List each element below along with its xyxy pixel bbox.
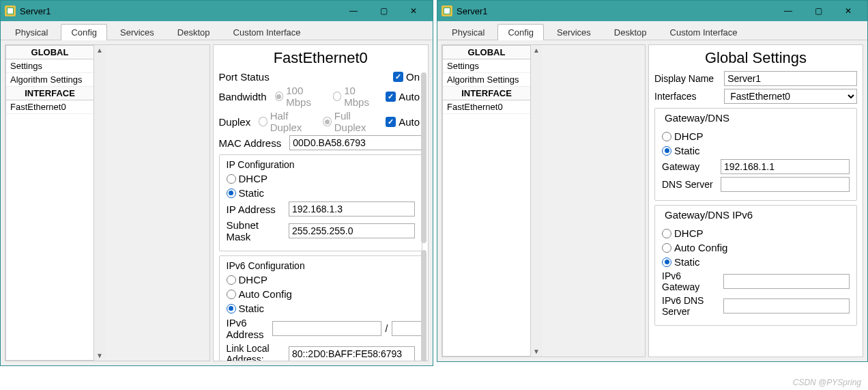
minimize-button[interactable]: — <box>773 1 803 20</box>
gw-dhcp-radio[interactable]: DHCP <box>662 130 704 142</box>
display-name-input[interactable] <box>724 71 857 86</box>
tab-config[interactable]: Config <box>61 24 107 40</box>
minimize-button[interactable]: — <box>338 1 368 20</box>
duplex-auto-checkbox[interactable]: ✓Auto <box>386 116 420 128</box>
tabs: Physical Config Services Desktop Custom … <box>1 21 433 40</box>
sidebar: GLOBAL Settings Algorithm Settings INTER… <box>5 45 94 361</box>
sidebar-header-global: GLOBAL <box>6 46 93 59</box>
ipv6-static-radio[interactable]: Static <box>227 303 265 314</box>
ipv6-dhcp-radio[interactable]: DHCP <box>227 274 268 285</box>
window-controls: — ▢ ✕ <box>773 1 863 20</box>
link-local-input[interactable] <box>289 346 415 361</box>
ip-address-label: IP Address <box>227 204 281 215</box>
scroll-down-icon[interactable]: ▼ <box>533 346 540 357</box>
ipv6-autoconfig-radio[interactable]: Auto Config <box>227 288 292 300</box>
port-status-checkbox[interactable]: ✓On <box>393 71 420 83</box>
sidebar-container: GLOBAL Settings Algorithm Settings INTER… <box>442 44 646 357</box>
scroll-down-icon[interactable]: ▼ <box>96 350 103 361</box>
panel-scrollbar-upper[interactable] <box>421 72 426 243</box>
ipv6-dns-label: IPv6 DNS Server <box>662 295 719 317</box>
ipv6-address-input[interactable] <box>272 321 381 336</box>
gw6-static-radio[interactable]: Static <box>662 256 700 268</box>
ip-dhcp-radio[interactable]: DHCP <box>227 173 268 184</box>
gateway-dns-group: Gateway/DNS DHCP Static Gateway DNS Serv… <box>654 108 857 201</box>
maximize-button[interactable]: ▢ <box>368 1 399 20</box>
window-server1-left: Server1 — ▢ ✕ Physical Config Services D… <box>0 0 433 366</box>
window-controls: — ▢ ✕ <box>338 1 429 20</box>
bandwidth-auto-checkbox[interactable]: ✓Auto <box>386 91 420 102</box>
sidebar-item-fastethernet0[interactable]: FastEthernet0 <box>6 100 93 114</box>
tab-services[interactable]: Services <box>110 24 164 40</box>
sidebar-item-settings[interactable]: Settings <box>6 59 93 73</box>
sidebar-item-algorithm-settings[interactable]: Algorithm Settings <box>6 73 93 87</box>
tab-desktop[interactable]: Desktop <box>604 24 657 40</box>
sidebar-item-settings[interactable]: Settings <box>443 59 530 73</box>
panel-scrollbar-lower[interactable] <box>421 250 426 361</box>
interfaces-label: Interfaces <box>654 91 720 102</box>
maximize-button[interactable]: ▢ <box>803 1 833 20</box>
sidebar-header-interface: INTERFACE <box>443 87 530 100</box>
dns-server-input[interactable] <box>721 177 850 192</box>
tab-desktop[interactable]: Desktop <box>167 24 220 40</box>
watermark: CSDN @PYSpring <box>793 378 861 387</box>
window-title: Server1 <box>20 6 338 16</box>
window-server1-right: Server1 — ▢ ✕ Physical Config Services D… <box>437 0 868 362</box>
ipv6-config-title: IPv6 Configuration <box>227 260 416 271</box>
sidebar-scrollbar[interactable]: ▲ ▼ <box>531 45 542 357</box>
ip-static-radio[interactable]: Static <box>227 187 265 199</box>
close-button[interactable]: ✕ <box>399 1 429 20</box>
display-name-label: Display Name <box>654 73 720 84</box>
close-button[interactable]: ✕ <box>833 1 863 20</box>
ipv6-configuration-group: IPv6 Configuration DHCP Auto Config Stat… <box>219 255 423 361</box>
subnet-mask-input[interactable] <box>289 223 415 238</box>
dns-server-label: DNS Server <box>662 179 717 190</box>
app-icon <box>442 5 452 16</box>
panel-title: FastEthernet0 <box>219 49 423 67</box>
gateway-dns-title: Gateway/DNS <box>662 112 732 124</box>
port-status-label: Port Status <box>219 71 270 83</box>
panel-title: Global Settings <box>654 49 857 67</box>
ipv6-prefix-input[interactable] <box>392 321 422 336</box>
sidebar-header-interface: INTERFACE <box>6 87 93 100</box>
gateway-label: Gateway <box>662 161 717 172</box>
tab-physical[interactable]: Physical <box>442 24 495 40</box>
gw6-autoconfig-radio[interactable]: Auto Config <box>662 242 727 253</box>
tab-physical[interactable]: Physical <box>5 24 58 40</box>
ipv6-gateway-label: IPv6 Gateway <box>662 270 719 292</box>
sidebar-scrollbar[interactable]: ▲ ▼ <box>94 45 105 361</box>
interfaces-select[interactable]: FastEthernet0 <box>724 89 857 104</box>
duplex-label: Duplex <box>219 116 251 128</box>
tab-custom-interface[interactable]: Custom Interface <box>660 24 748 40</box>
tab-custom-interface[interactable]: Custom Interface <box>223 24 311 40</box>
ipv6-gateway-input[interactable] <box>723 274 850 289</box>
scroll-up-icon[interactable]: ▲ <box>533 45 540 55</box>
mac-address-input[interactable] <box>289 135 422 150</box>
gateway-input[interactable] <box>721 159 850 174</box>
gateway-dns-ipv6-group: Gateway/DNS IPv6 DHCP Auto Config Static… <box>654 205 857 326</box>
sidebar-header-global: GLOBAL <box>443 46 530 59</box>
tab-config[interactable]: Config <box>497 24 544 40</box>
sidebar-container: GLOBAL Settings Algorithm Settings INTER… <box>5 44 210 361</box>
bandwidth-label: Bandwidth <box>219 91 267 102</box>
interface-config-panel: FastEthernet0 Port Status ✓On Bandwidth … <box>213 44 429 361</box>
titlebar[interactable]: Server1 — ▢ ✕ <box>437 1 867 21</box>
ipv6-address-label: IPv6 Address <box>227 317 264 340</box>
app-icon <box>5 5 16 16</box>
gw6-dhcp-radio[interactable]: DHCP <box>662 227 704 239</box>
gw-static-radio[interactable]: Static <box>662 145 700 156</box>
ip-address-input[interactable] <box>289 201 415 217</box>
mac-address-label: MAC Address <box>219 137 282 149</box>
gateway-dns-ipv6-title: Gateway/DNS IPv6 <box>662 209 755 221</box>
scroll-up-icon[interactable]: ▲ <box>96 45 103 55</box>
sidebar-item-fastethernet0[interactable]: FastEthernet0 <box>443 100 530 114</box>
subnet-mask-label: Subnet Mask <box>227 219 281 242</box>
sidebar-item-algorithm-settings[interactable]: Algorithm Settings <box>443 73 530 87</box>
half-duplex-radio: Half Duplex <box>259 110 316 133</box>
tab-services[interactable]: Services <box>547 24 601 40</box>
tabs: Physical Config Services Desktop Custom … <box>437 21 867 40</box>
ip-config-title: IP Configuration <box>227 159 416 170</box>
sidebar: GLOBAL Settings Algorithm Settings INTER… <box>442 45 531 357</box>
titlebar[interactable]: Server1 — ▢ ✕ <box>1 1 433 21</box>
link-local-label: Link Local Address: <box>227 343 288 361</box>
ipv6-dns-input[interactable] <box>723 298 850 314</box>
